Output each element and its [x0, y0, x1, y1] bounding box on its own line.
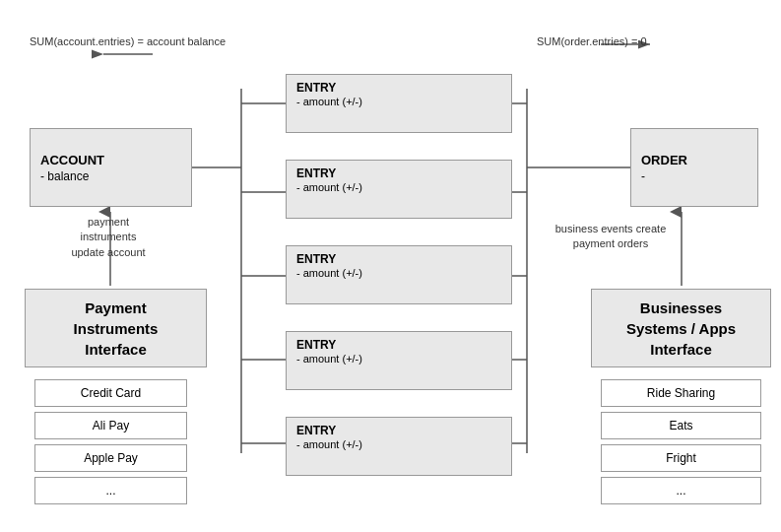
payment-interface-label: PaymentInstrumentsInterface	[74, 298, 159, 360]
entry-box-3: ENTRY - amount (+/-)	[286, 245, 512, 304]
entry-5-title: ENTRY	[296, 424, 501, 437]
entry-4-title: ENTRY	[296, 338, 501, 352]
sum-order-annotation: SUM(order.entries) = 0	[537, 34, 647, 49]
entry-1-title: ENTRY	[296, 81, 501, 95]
sum-account-annotation: SUM(account.entries) = account balance	[30, 34, 226, 49]
fright-box: Fright	[601, 444, 761, 472]
entry-2-title: ENTRY	[296, 166, 501, 180]
entry-3-sub: - amount (+/-)	[296, 267, 501, 279]
ali-pay-box: Ali Pay	[34, 412, 187, 439]
entry-box-5: ENTRY - amount (+/-)	[286, 417, 512, 476]
account-subtitle: - balance	[40, 169, 89, 183]
order-subtitle: -	[641, 169, 645, 183]
entry-2-sub: - amount (+/-)	[296, 181, 501, 193]
account-box: ACCOUNT - balance	[30, 128, 192, 207]
order-title: ORDER	[641, 153, 687, 167]
payment-interface-box: PaymentInstrumentsInterface	[25, 289, 207, 367]
entry-5-sub: - amount (+/-)	[296, 438, 501, 450]
entry-box-4: ENTRY - amount (+/-)	[286, 331, 512, 390]
business-interface-box: BusinessesSystems / AppsInterface	[591, 289, 771, 367]
apple-pay-box: Apple Pay	[34, 444, 187, 472]
order-box: ORDER -	[630, 128, 758, 207]
entry-1-sub: - amount (+/-)	[296, 96, 501, 107]
account-title: ACCOUNT	[40, 153, 104, 167]
business-events-annotation: business events createpayment orders	[547, 222, 675, 252]
ride-sharing-box: Ride Sharing	[601, 379, 761, 407]
entry-4-sub: - amount (+/-)	[296, 353, 501, 365]
business-interface-label: BusinessesSystems / AppsInterface	[626, 298, 736, 360]
entry-3-title: ENTRY	[296, 252, 501, 266]
entry-box-2: ENTRY - amount (+/-)	[286, 160, 512, 219]
business-more-box: ...	[601, 477, 761, 504]
payment-more-box: ...	[34, 477, 187, 504]
payment-instruments-annotation: paymentinstrumentsupdate account	[49, 215, 167, 260]
entry-box-1: ENTRY - amount (+/-)	[286, 74, 512, 133]
eats-box: Eats	[601, 412, 761, 439]
credit-card-box: Credit Card	[34, 379, 187, 407]
diagram-container: SUM(account.entries) = account balance S…	[0, 0, 781, 532]
